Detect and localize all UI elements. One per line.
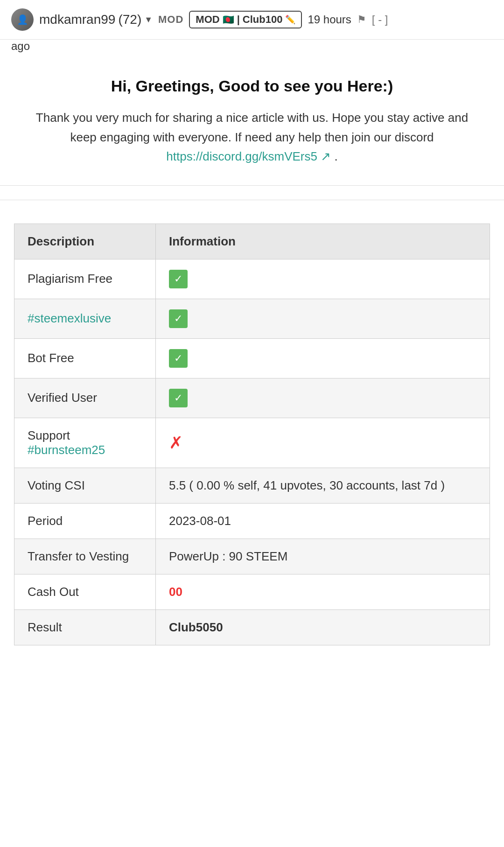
description-cell: Cash Out [14, 574, 156, 609]
table-row: Cash Out00 [14, 574, 490, 609]
table-row: Support#burnsteem25✗ [14, 418, 490, 468]
dropdown-arrow-icon[interactable]: ▼ [144, 15, 153, 25]
flag-report-icon[interactable]: ⚑ [357, 14, 366, 26]
col-description-header: Description [14, 224, 156, 259]
check-icon: ✓ [169, 270, 188, 288]
information-cell: ✗ [155, 418, 490, 468]
table-row: Bot Free✓ [14, 338, 490, 378]
table-row: ResultClub5050 [14, 609, 490, 645]
pencil-icon: ✏️ [285, 14, 295, 25]
flag-icon: 🇧🇩 [223, 14, 234, 25]
description-cell: Transfer to Vesting [14, 539, 156, 574]
information-cell: ✓ [155, 378, 490, 418]
table-row: Plagiarism Free✓ [14, 259, 490, 299]
table-header-row: Description Information [14, 224, 490, 259]
greeting-text: Thank you very much for sharing a nice a… [36, 111, 468, 144]
information-cell: ✓ [155, 299, 490, 338]
cross-icon: ✗ [169, 433, 183, 452]
check-icon: ✓ [169, 389, 188, 407]
content-area: Hi, Greetings, Good to see you Here:) Th… [0, 58, 504, 186]
description-cell: Support#burnsteem25 [14, 418, 156, 468]
club-text: Club100 [243, 14, 283, 26]
header-bar: 👤 mdkamran99 (72) ▼ MOD MOD 🇧🇩 | Club100… [0, 0, 504, 40]
check-icon: ✓ [169, 349, 188, 368]
external-link-icon: ↗ [321, 149, 331, 163]
table-row: Verified User✓ [14, 378, 490, 418]
avatar-image: 👤 [11, 8, 34, 31]
description-text: Support [28, 428, 70, 442]
description-cell: Result [14, 609, 156, 645]
mod-text: MOD [196, 14, 219, 26]
bracket-control[interactable]: [ - ] [372, 13, 388, 26]
information-cell: PowerUp : 90 STEEM [155, 539, 490, 574]
separator: | [237, 14, 240, 26]
check-icon: ✓ [169, 309, 188, 328]
table-section: Description Information Plagiarism Free✓… [0, 214, 504, 664]
avatar: 👤 [11, 8, 34, 31]
discord-link[interactable]: https://discord.gg/ksmVErs5 ↗ [166, 149, 334, 163]
greeting-title: Hi, Greetings, Good to see you Here:) [23, 77, 481, 95]
username-block: mdkamran99 (72) ▼ [39, 12, 153, 27]
table-row: Voting CSI5.5 ( 0.00 % self, 41 upvotes,… [14, 468, 490, 503]
description-cell: #steemexlusive [14, 299, 156, 338]
table-row: Period2023-08-01 [14, 503, 490, 539]
description-cell: Bot Free [14, 338, 156, 378]
time-ago: 19 hours [308, 13, 351, 26]
divider [0, 200, 504, 200]
description-cell: Verified User [14, 378, 156, 418]
information-cell: 00 [155, 574, 490, 609]
mod-label: MOD [158, 14, 183, 26]
greeting-body: Thank you very much for sharing a nice a… [23, 108, 481, 167]
description-link[interactable]: #steemexlusive [28, 311, 111, 325]
information-cell: Club5050 [155, 609, 490, 645]
table-row: #steemexlusive✓ [14, 299, 490, 338]
description-cell: Period [14, 503, 156, 539]
result-value: Club5050 [169, 620, 223, 634]
info-table: Description Information Plagiarism Free✓… [14, 224, 490, 645]
information-cell: 2023-08-01 [155, 503, 490, 539]
information-cell: ✓ [155, 338, 490, 378]
cash-out-value: 00 [169, 585, 182, 599]
information-cell: 5.5 ( 0.00 % self, 41 upvotes, 30 accoun… [155, 468, 490, 503]
description-cell: Voting CSI [14, 468, 156, 503]
description-link[interactable]: #burnsteem25 [28, 443, 105, 457]
reputation: (72) [118, 12, 141, 27]
club-badge: MOD 🇧🇩 | Club100 ✏️ [189, 11, 302, 28]
ago-text: ago [0, 40, 504, 58]
information-cell: ✓ [155, 259, 490, 299]
table-row: Transfer to VestingPowerUp : 90 STEEM [14, 539, 490, 574]
col-information-header: Information [155, 224, 490, 259]
description-cell: Plagiarism Free [14, 259, 156, 299]
username[interactable]: mdkamran99 [39, 12, 115, 27]
link-suffix: . [334, 149, 337, 163]
discord-link-text: https://discord.gg/ksmVErs5 [166, 149, 317, 163]
